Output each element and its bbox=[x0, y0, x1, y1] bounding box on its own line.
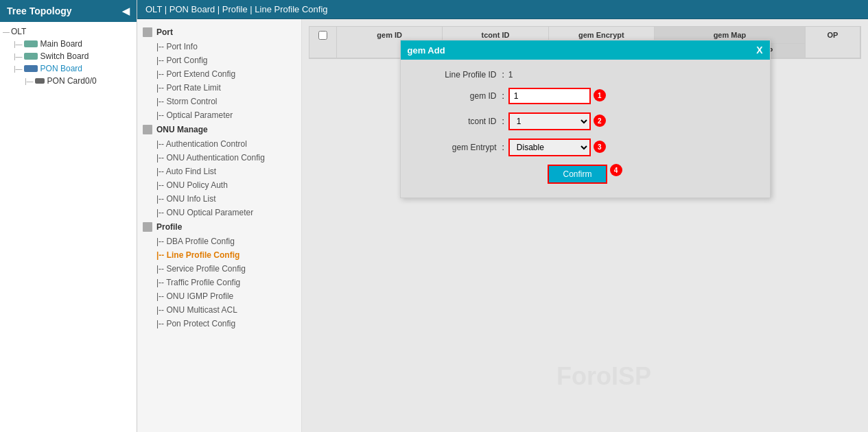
gem-encrypt-label: gem Entrypt bbox=[414, 143, 497, 152]
gem-add-title-label: gem Add bbox=[408, 45, 445, 56]
tcont-id-label: tcont ID bbox=[414, 117, 497, 126]
sidebar-header: Tree Topology ◀ bbox=[0, 0, 137, 22]
right-panel: gem ID tcont ID gem Encrypt gem Map Numb… bbox=[302, 19, 868, 432]
gem-add-title-bar: gem Add X bbox=[401, 40, 770, 60]
nav-item-onu-auth-config[interactable]: |-- ONU Authentication Config bbox=[137, 151, 301, 165]
sidebar-olt-label: OLT bbox=[11, 27, 26, 36]
btn-row: Confirm 4 bbox=[414, 165, 756, 184]
nav-item-dba-profile-config[interactable]: |-- DBA Profile Config bbox=[137, 235, 301, 248]
breadcrumb-sep1: | bbox=[165, 4, 169, 14]
line-profile-id-value: 1 bbox=[508, 70, 513, 80]
sidebar-pon-board-label: PON Board bbox=[40, 64, 82, 73]
tcont-id-select[interactable]: 1 2 3 4 bbox=[508, 112, 591, 130]
tree-dash: |— bbox=[25, 77, 34, 85]
confirm-button[interactable]: Confirm bbox=[548, 165, 607, 184]
breadcrumb-profile[interactable]: Profile bbox=[222, 4, 248, 14]
nav-section-onu-manage[interactable]: ONU Manage bbox=[137, 122, 301, 137]
colon4: : bbox=[502, 143, 504, 152]
sidebar-item-main-board[interactable]: |— Main Board bbox=[0, 38, 137, 50]
sidebar-item-pon-board[interactable]: |— PON Board bbox=[0, 62, 137, 75]
nav-item-pon-protect-config[interactable]: |-- Pon Protect Config bbox=[137, 317, 301, 331]
nav-item-port-extend-config[interactable]: |-- Port Extend Config bbox=[137, 67, 301, 81]
nav-item-traffic-profile-config[interactable]: |-- Traffic Profile Config bbox=[137, 276, 301, 289]
form-row-gem-id: gem ID : 1 bbox=[414, 88, 756, 104]
gem-encrypt-select[interactable]: Disable Enable bbox=[508, 139, 591, 156]
breadcrumb-line-profile-config: Line Profile Config bbox=[255, 4, 327, 14]
form-row-line-profile-id: Line Profile ID : 1 bbox=[414, 70, 756, 80]
breadcrumb: OLT | PON Board | Profile | Line Profile… bbox=[137, 0, 868, 19]
nav-item-onu-policy-auth[interactable]: |-- ONU Policy Auth bbox=[137, 178, 301, 192]
nav-item-onu-multicast-acl[interactable]: |-- ONU Multicast ACL bbox=[137, 303, 301, 317]
nav-item-port-rate-limit[interactable]: |-- Port Rate Limit bbox=[137, 81, 301, 95]
sidebar-item-pon-card[interactable]: |— PON Card0/0 bbox=[0, 75, 137, 87]
tree-dash: |— bbox=[14, 65, 23, 73]
pon-icon bbox=[24, 65, 38, 72]
gem-add-close-button[interactable]: X bbox=[756, 45, 762, 56]
colon2: : bbox=[502, 91, 504, 101]
nav-item-port-info[interactable]: |-- Port Info bbox=[137, 40, 301, 53]
sidebar-tree: — OLT |— Main Board |— Switch Board |— P… bbox=[0, 22, 137, 432]
gem-add-body: Line Profile ID : 1 gem ID : 1 bbox=[401, 60, 770, 197]
content-area: Port |-- Port Info |-- Port Config |-- P… bbox=[137, 19, 868, 432]
step-badge-3: 3 bbox=[594, 141, 606, 153]
sidebar: Tree Topology ◀ — OLT |— Main Board |— S… bbox=[0, 0, 137, 432]
sidebar-item-olt[interactable]: — OLT bbox=[0, 25, 137, 38]
sidebar-main-board-label: Main Board bbox=[40, 39, 82, 49]
nav-port-label: Port bbox=[156, 27, 173, 37]
nav-item-onu-info-list[interactable]: |-- ONU Info List bbox=[137, 192, 301, 206]
nav-onu-manage-label: ONU Manage bbox=[156, 125, 208, 134]
sidebar-title: Tree Topology bbox=[7, 5, 72, 16]
nav-item-service-profile-config[interactable]: |-- Service Profile Config bbox=[137, 262, 301, 276]
step-badge-4: 4 bbox=[610, 164, 622, 176]
board-icon bbox=[24, 53, 38, 60]
nav-item-auth-control[interactable]: |-- Authentication Control bbox=[137, 137, 301, 151]
card-icon bbox=[35, 78, 45, 84]
breadcrumb-sep2: | bbox=[218, 4, 222, 14]
colon1: : bbox=[502, 70, 504, 80]
nav-item-storm-control[interactable]: |-- Storm Control bbox=[137, 95, 301, 108]
left-nav: Port |-- Port Info |-- Port Config |-- P… bbox=[137, 19, 302, 432]
line-profile-id-label: Line Profile ID bbox=[414, 70, 497, 80]
main-content: OLT | PON Board | Profile | Line Profile… bbox=[137, 0, 868, 432]
form-row-tcont-id: tcont ID : 1 2 3 4 2 bbox=[414, 112, 756, 130]
gem-add-overlay: gem Add X Line Profile ID : 1 bbox=[316, 33, 854, 418]
board-icon bbox=[24, 40, 38, 47]
nav-profile-label: Profile bbox=[156, 222, 182, 232]
nav-item-optical-parameter[interactable]: |-- Optical Parameter bbox=[137, 108, 301, 122]
nav-item-port-config[interactable]: |-- Port Config bbox=[137, 53, 301, 67]
step-badge-1: 1 bbox=[594, 89, 606, 101]
sidebar-item-switch-board[interactable]: |— Switch Board bbox=[0, 50, 137, 62]
tree-dash: — bbox=[3, 28, 10, 36]
sidebar-collapse-button[interactable]: ◀ bbox=[122, 5, 130, 16]
nav-item-auto-find-list[interactable]: |-- Auto Find List bbox=[137, 165, 301, 178]
nav-item-line-profile-config[interactable]: |-- Line Profile Config bbox=[137, 248, 301, 262]
nav-section-port[interactable]: Port bbox=[137, 25, 301, 40]
colon3: : bbox=[502, 117, 504, 126]
minus-icon bbox=[143, 222, 152, 232]
tree-dash: |— bbox=[14, 40, 23, 48]
nav-item-onu-igmp-profile[interactable]: |-- ONU IGMP Profile bbox=[137, 289, 301, 303]
form-row-gem-encrypt: gem Entrypt : Disable Enable 3 bbox=[414, 139, 756, 156]
sidebar-switch-board-label: Switch Board bbox=[40, 51, 89, 61]
gem-id-input[interactable] bbox=[508, 88, 591, 104]
gem-add-dialog: gem Add X Line Profile ID : 1 bbox=[400, 40, 771, 198]
tree-dash: |— bbox=[14, 53, 23, 60]
minus-icon bbox=[143, 27, 152, 37]
step-badge-2: 2 bbox=[594, 115, 606, 127]
breadcrumb-olt[interactable]: OLT bbox=[145, 4, 162, 14]
nav-item-onu-optical-param[interactable]: |-- ONU Optical Parameter bbox=[137, 206, 301, 219]
breadcrumb-pon-board[interactable]: PON Board bbox=[169, 4, 215, 14]
gem-id-label: gem ID bbox=[414, 91, 497, 101]
sidebar-pon-card-label: PON Card0/0 bbox=[47, 76, 97, 86]
minus-icon bbox=[143, 125, 152, 134]
nav-section-profile[interactable]: Profile bbox=[137, 219, 301, 235]
